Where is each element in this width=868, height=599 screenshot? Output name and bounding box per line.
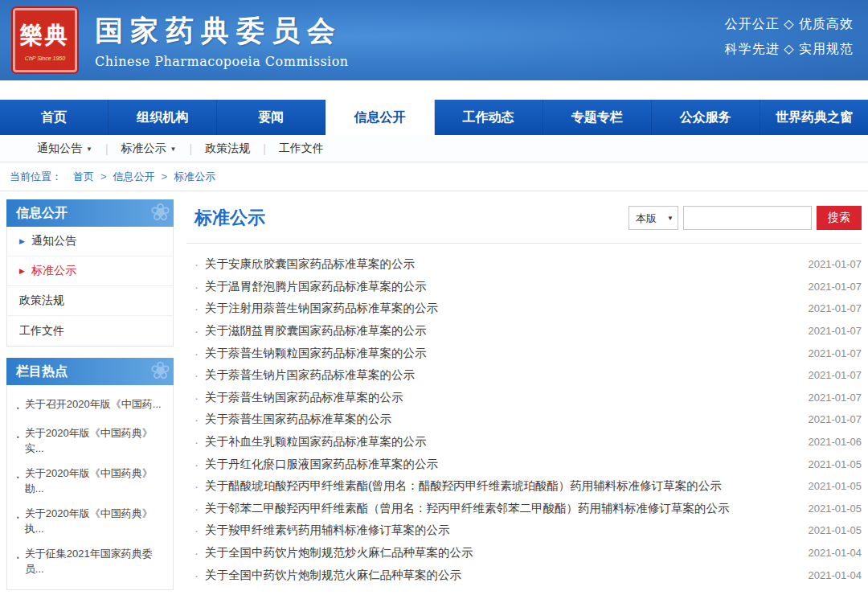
triangle-right-icon: ▶ [19, 267, 25, 275]
bullet-icon: · [194, 257, 199, 271]
nav-item-7[interactable]: 世界药典之窗 [760, 100, 868, 135]
hot-section-title-text: 栏目热点 [16, 363, 68, 380]
article-link-14[interactable]: 关于全国中药饮片炮制规范火麻仁品种草案的公示 [205, 568, 797, 583]
article-row-7: ·关于萘普生国家药品标准草案的公示2021-01-07 [186, 408, 862, 431]
bullet-icon: · [194, 457, 199, 471]
chevron-down-icon: ▼ [86, 146, 92, 153]
sidebar: 信息公开 ❀ ▶通知公告▶标准公示政策法规工作文件 栏目热点 ❀ ▪关于召开20… [6, 199, 174, 590]
hot-section: 栏目热点 ❀ ▪关于召开2020年版《中国药...▪关于2020年版《中国药典》… [6, 358, 174, 590]
article-row-5: ·关于萘普生钠片国家药品标准草案的公示2021-01-07 [186, 364, 862, 387]
square-bullet-icon: ▪ [17, 510, 19, 525]
site-logo: 樂典 ChP Since 1950 [11, 6, 79, 74]
article-row-11: ·关于邻苯二甲酸羟丙甲纤维素酯（曾用名：羟丙甲纤维素邻苯二甲酸酯）药用辅料标准修… [186, 498, 862, 520]
sidebar-item-2[interactable]: 政策法规 [7, 286, 173, 316]
page-title: 标准公示 [194, 206, 265, 230]
hot-list: ▪关于召开2020年版《中国药...▪关于2020年版《中国药典》实...▪关于… [6, 385, 174, 590]
header-gap [0, 80, 868, 100]
article-link-3[interactable]: 关于滋阴益胃胶囊国家药品标准草案的公示 [205, 323, 797, 338]
hot-item-label: 关于2020年版《中国药典》实... [25, 425, 165, 456]
article-link-7[interactable]: 关于萘普生国家药品标准草案的公示 [205, 412, 797, 427]
article-date-3: 2021-01-07 [809, 325, 862, 337]
breadcrumb-link-2[interactable]: 标准公示 [174, 170, 215, 183]
article-link-2[interactable]: 关于注射用萘普生钠国家药品标准草案的公示 [205, 301, 797, 316]
article-link-13[interactable]: 关于全国中药饮片炮制规范炒火麻仁品种草案的公示 [205, 545, 797, 560]
bullet-icon: · [194, 368, 199, 382]
main-header: 标准公示 本版 ▼ 搜索 [186, 199, 862, 244]
sidebar-item-1[interactable]: ▶标准公示 [7, 256, 173, 286]
triangle-right-icon: ▶ [19, 237, 25, 245]
article-row-12: ·关于羧甲纤维素钙药用辅料标准修订草案的公示2021-01-05 [186, 519, 862, 542]
article-date-4: 2021-01-07 [809, 347, 862, 359]
breadcrumb-separator: > [100, 170, 107, 183]
nav-item-1[interactable]: 组织机构 [108, 100, 217, 135]
breadcrumb-separator: > [162, 170, 168, 183]
hot-item-label: 关于2020年版《中国药典》勘... [25, 466, 165, 496]
subnav-item-0[interactable]: 通知公告▼ [24, 142, 105, 156]
article-link-9[interactable]: 关于丹红化瘀口服液国家药品标准草案的公示 [205, 457, 797, 472]
search-button[interactable]: 搜索 [817, 206, 862, 230]
hot-item-4[interactable]: ▪关于征集2021年国家药典委员... [15, 541, 165, 581]
bullet-icon: · [194, 435, 199, 449]
slogan-line-1: 公开公正 ◇ 优质高效 [725, 11, 854, 36]
article-link-5[interactable]: 关于萘普生钠片国家药品标准草案的公示 [205, 367, 797, 383]
breadcrumb-trail: 首页>信息公开>标准公示 [67, 170, 222, 184]
subnav-item-3[interactable]: 工作文件 [266, 142, 337, 156]
hot-item-label: 关于征集2021年国家药典委员... [25, 546, 165, 576]
bullet-icon: · [194, 280, 199, 293]
sub-nav: 通知公告▼|标准公示▼|政策法规|工作文件 [0, 135, 868, 162]
logo-seal-text: 樂典 [20, 20, 70, 51]
sidebar-item-3[interactable]: 工作文件 [7, 316, 173, 346]
hot-item-label: 关于2020年版《中国药典》执... [25, 506, 165, 536]
sidebar-item-label: 标准公示 [31, 264, 76, 278]
breadcrumb-link-1[interactable]: 信息公开 [113, 170, 155, 183]
nav-item-0[interactable]: 首页 [0, 100, 108, 135]
main-column: 标准公示 本版 ▼ 搜索 ·关于安康欣胶囊国家药品标准草案的公示2021-01-… [186, 199, 862, 590]
chevron-down-icon: ▼ [170, 146, 177, 153]
site-header: 樂典 ChP Since 1950 国家药典委员会 Chinese Pharma… [0, 0, 868, 80]
nav-item-5[interactable]: 专题专栏 [543, 100, 652, 135]
site-subtitle: Chinese Pharmacopoeia Commission [95, 54, 349, 69]
article-link-1[interactable]: 关于温胃舒泡腾片国家药品标准草案的公示 [205, 279, 797, 294]
hot-item-label: 关于召开2020年版《中国药... [25, 396, 162, 412]
main-nav: 首页组织机构要闻信息公开工作动态专题专栏公众服务世界药典之窗 [0, 100, 868, 135]
hot-item-1[interactable]: ▪关于2020年版《中国药典》实... [15, 421, 165, 461]
article-row-4: ·关于萘普生钠颗粒国家药品标准草案的公示2021-01-07 [186, 342, 862, 364]
sidebar-section-title-hot: 栏目热点 ❀ [6, 358, 174, 385]
slogan-line-2: 科学先进 ◇ 实用规范 [725, 36, 854, 61]
nav-item-4[interactable]: 工作动态 [435, 100, 543, 135]
bullet-icon: · [194, 391, 199, 404]
search-scope-select[interactable]: 本版 [628, 206, 678, 230]
article-link-11[interactable]: 关于邻苯二甲酸羟丙甲纤维素酯（曾用名：羟丙甲纤维素邻苯二甲酸酯）药用辅料标准修订… [205, 501, 797, 516]
nav-item-6[interactable]: 公众服务 [652, 100, 760, 135]
header-titles: 国家药典委员会 Chinese Pharmacopoeia Commission [95, 12, 349, 69]
header-slogans: 公开公正 ◇ 优质高效 科学先进 ◇ 实用规范 [725, 0, 857, 61]
article-date-12: 2021-01-05 [809, 524, 862, 536]
article-row-14: ·关于全国中药饮片炮制规范火麻仁品种草案的公示2021-01-04 [186, 564, 862, 586]
article-date-5: 2021-01-07 [809, 369, 862, 381]
article-link-10[interactable]: 关于醋酸琥珀酸羟丙甲纤维素酯(曾用名：醋酸羟丙甲纤维素琥珀酸酯）药用辅料标准修订… [205, 478, 797, 494]
bullet-icon: · [194, 502, 199, 515]
content-area: 信息公开 ❀ ▶通知公告▶标准公示政策法规工作文件 栏目热点 ❀ ▪关于召开20… [0, 191, 868, 590]
hot-item-2[interactable]: ▪关于2020年版《中国药典》勘... [15, 461, 165, 501]
article-row-10: ·关于醋酸琥珀酸羟丙甲纤维素酯(曾用名：醋酸羟丙甲纤维素琥珀酸酯）药用辅料标准修… [186, 475, 862, 498]
breadcrumb-link-0[interactable]: 首页 [73, 170, 94, 183]
sidebar-item-label: 工作文件 [19, 324, 64, 338]
sidebar-section-title-text: 信息公开 [16, 205, 68, 222]
article-link-0[interactable]: 关于安康欣胶囊国家药品标准草案的公示 [205, 256, 797, 272]
subnav-item-2[interactable]: 政策法规 [192, 142, 263, 156]
article-link-12[interactable]: 关于羧甲纤维素钙药用辅料标准修订草案的公示 [205, 523, 797, 538]
article-link-4[interactable]: 关于萘普生钠颗粒国家药品标准草案的公示 [205, 346, 797, 361]
article-link-8[interactable]: 关于补血生乳颗粒国家药品标准草案的公示 [205, 434, 797, 449]
search-input[interactable] [683, 206, 812, 230]
sidebar-item-label: 政策法规 [19, 293, 64, 308]
nav-item-3[interactable]: 信息公开 [326, 100, 434, 135]
bullet-icon: · [194, 412, 199, 426]
article-row-13: ·关于全国中药饮片炮制规范炒火麻仁品种草案的公示2021-01-04 [186, 542, 862, 564]
sidebar-item-0[interactable]: ▶通知公告 [7, 227, 173, 256]
nav-item-2[interactable]: 要闻 [217, 100, 326, 135]
hot-item-3[interactable]: ▪关于2020年版《中国药典》执... [15, 501, 165, 541]
article-link-6[interactable]: 关于萘普生钠国家药品标准草案的公示 [205, 390, 797, 405]
subnav-item-1[interactable]: 标准公示▼ [108, 142, 190, 156]
article-date-11: 2021-01-05 [809, 503, 862, 515]
hot-item-0[interactable]: ▪关于召开2020年版《中国药... [15, 392, 165, 421]
